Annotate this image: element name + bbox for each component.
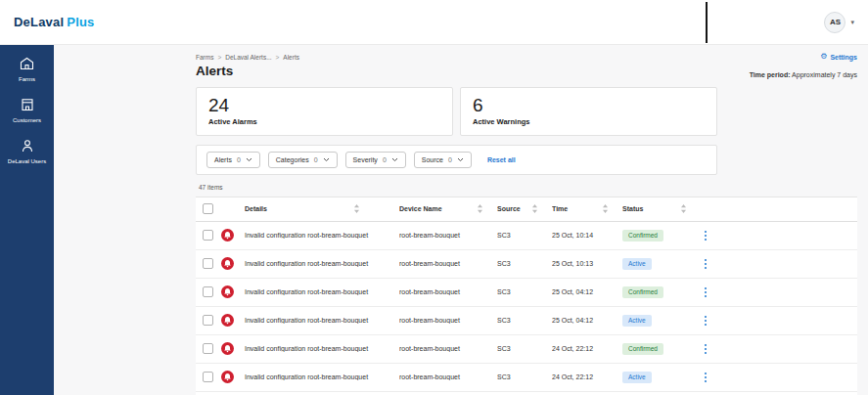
user-icon (21, 139, 34, 156)
filter-categories-dropdown[interactable]: Categories 0 (268, 152, 338, 168)
row-source: SC3 (497, 373, 552, 380)
chevron-down-icon (457, 157, 464, 162)
filter-label: Categories (276, 156, 309, 163)
row-checkbox[interactable] (203, 315, 213, 326)
filter-label: Severity (353, 156, 378, 163)
row-time: 24 Oct, 22:12 (552, 373, 622, 380)
kebab-menu-icon[interactable] (701, 257, 710, 272)
table-header: Details Device Name Source Time Status (196, 198, 857, 222)
row-details: Invalid configuration root-bream-bouquet (245, 260, 399, 267)
row-time: 25 Oct, 10:14 (552, 232, 622, 239)
topbar: DeLavalPlus AS ▾ (0, 0, 868, 45)
gear-icon: ⚙ (820, 53, 827, 61)
row-device: root-bream-bouquet (399, 373, 497, 380)
sort-icon[interactable] (680, 204, 687, 213)
column-details: Details (245, 205, 267, 212)
table-row: Invalid configuration root-bream-bouquet… (196, 222, 857, 250)
active-alarms-label: Active Alarms (208, 117, 440, 126)
status-badge: Confirmed (622, 343, 663, 355)
filter-count: 0 (383, 156, 387, 163)
row-details: Invalid configuration root-bream-bouquet (245, 317, 399, 324)
table-row: Invalid configuration root-bream-bouquet… (196, 364, 857, 392)
column-source: Source (497, 205, 521, 212)
row-device: root-bream-bouquet (399, 260, 497, 267)
row-device: root-bream-bouquet (399, 345, 497, 352)
active-warnings-label: Active Warnings (473, 117, 705, 126)
row-checkbox[interactable] (203, 343, 213, 354)
row-checkbox[interactable] (203, 372, 213, 382)
sort-icon[interactable] (477, 204, 483, 213)
sidebar-item-delaval-users[interactable]: DeLaval Users (0, 139, 54, 165)
brand-logo[interactable]: DeLavalPlus (14, 15, 95, 29)
status-badge: Confirmed (622, 230, 663, 241)
status-badge: Confirmed (622, 286, 663, 298)
alarm-icon (221, 257, 234, 270)
sort-icon[interactable] (353, 204, 360, 213)
row-source: SC3 (497, 345, 552, 352)
kebab-menu-icon[interactable] (701, 229, 710, 243)
breadcrumb-separator: > (217, 54, 221, 61)
row-details: Invalid configuration root-bream-bouquet (245, 345, 399, 352)
sort-icon[interactable] (531, 204, 538, 213)
select-all-checkbox[interactable] (203, 203, 213, 214)
filter-label: Alerts (214, 156, 232, 163)
sidebar-item-label: Customers (13, 117, 41, 124)
row-device: root-bream-bouquet (399, 288, 497, 295)
reset-all-button[interactable]: Reset all (487, 156, 516, 163)
settings-label: Settings (830, 54, 857, 61)
filter-count: 0 (448, 156, 452, 163)
status-badge: Active (622, 372, 652, 383)
page-title: Alerts (196, 64, 233, 78)
kebab-menu-icon[interactable] (701, 285, 710, 300)
row-source: SC3 (497, 317, 552, 324)
row-device: root-bream-bouquet (399, 317, 497, 324)
main-content: Farms > DeLaval Alerts... > Alerts ⚙ Set… (54, 45, 868, 395)
row-time: 24 Oct, 22:12 (552, 345, 622, 352)
kebab-menu-icon[interactable] (701, 342, 710, 357)
table-row: Invalid configuration root-bream-bouquet… (196, 279, 857, 307)
user-menu[interactable]: AS ▾ (824, 12, 854, 33)
row-time: 25 Oct, 04:12 (552, 288, 622, 295)
row-time: 25 Oct, 04:12 (552, 317, 622, 324)
active-warnings-card: 6 Active Warnings (460, 87, 717, 136)
row-device: root-bream-bouquet (399, 232, 497, 239)
sidebar-item-label: Farms (19, 76, 35, 83)
breadcrumb-farms[interactable]: Farms (196, 54, 213, 61)
time-period-value: Approximately 7 days (792, 71, 857, 78)
filter-bar: Alerts 0 Categories 0 Severity 0 Source … (196, 145, 717, 175)
alarm-icon (221, 371, 234, 383)
row-checkbox[interactable] (203, 230, 213, 241)
row-source: SC3 (497, 232, 552, 239)
active-alarms-card: 24 Active Alarms (196, 87, 453, 136)
sidebar-item-label: DeLaval Users (8, 158, 46, 165)
row-details: Invalid configuration root-bream-bouquet (245, 288, 399, 295)
avatar[interactable]: AS (824, 12, 845, 33)
row-details: Invalid configuration root-bream-bouquet (245, 232, 399, 239)
filter-alerts-dropdown[interactable]: Alerts 0 (206, 152, 260, 168)
sort-icon[interactable] (602, 204, 609, 213)
building-icon (21, 98, 34, 115)
sidebar-item-farms[interactable]: Farms (0, 57, 54, 83)
filter-source-dropdown[interactable]: Source 0 (414, 152, 472, 168)
farm-icon (20, 57, 34, 74)
alarm-icon (221, 314, 234, 327)
brand-accent: Plus (67, 15, 94, 29)
filter-label: Source (422, 156, 443, 163)
chevron-down-icon (391, 157, 398, 162)
row-time: 25 Oct, 10:13 (552, 260, 622, 267)
alarm-icon (221, 285, 234, 298)
active-warnings-count: 6 (473, 95, 705, 116)
sidebar-item-customers[interactable]: Customers (0, 98, 54, 124)
row-source: SC3 (497, 260, 552, 267)
breadcrumb-delaval-alerts[interactable]: DeLaval Alerts... (225, 54, 271, 61)
items-count: 47 items (199, 184, 857, 191)
row-checkbox[interactable] (203, 258, 213, 269)
settings-button[interactable]: ⚙ Settings (820, 53, 857, 61)
row-details: Invalid configuration root-bream-bouquet (245, 373, 399, 380)
chevron-down-icon: ▾ (850, 19, 854, 26)
row-checkbox[interactable] (203, 286, 213, 297)
filter-severity-dropdown[interactable]: Severity 0 (345, 152, 406, 168)
kebab-menu-icon[interactable] (701, 314, 710, 329)
kebab-menu-icon[interactable] (701, 371, 710, 385)
alarm-icon (221, 342, 234, 355)
